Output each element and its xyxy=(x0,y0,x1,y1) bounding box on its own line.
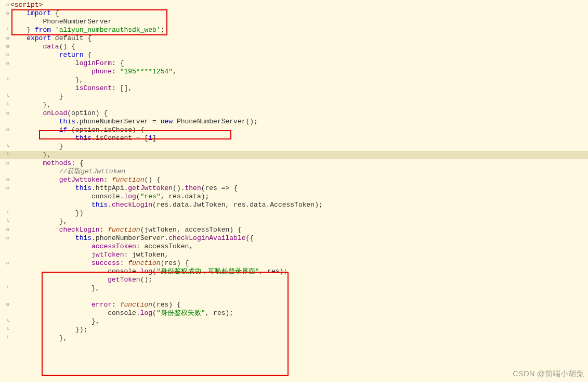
code-token: getJwttoken xyxy=(128,184,173,192)
code-token: "身份鉴权失败" xyxy=(156,309,205,317)
code-token: ( xyxy=(136,193,140,200)
code-token: : xyxy=(112,301,120,309)
fold-icon[interactable]: ⊟ xyxy=(5,235,10,242)
code-token: this xyxy=(75,234,92,242)
code-token: console. xyxy=(108,268,140,275)
fold-end-icon: └ xyxy=(5,27,10,34)
fold-icon[interactable]: ⊟ xyxy=(5,160,10,167)
code-token: (res) { xyxy=(161,259,189,267)
code-token: : xyxy=(103,176,112,184)
code-token: return xyxy=(59,51,84,59)
fold-icon[interactable]: ⊟ xyxy=(5,127,10,134)
code-token: (option.isChose) { xyxy=(67,126,144,134)
code-token: PhoneNumberServer xyxy=(43,18,112,26)
code-token: { xyxy=(83,51,92,59)
code-token: this xyxy=(75,134,92,142)
fold-icon[interactable]: ⊟ xyxy=(5,185,10,192)
fold-end-icon: └ xyxy=(5,210,10,217)
code-token: 'aliyun_numberauthsdk_web' xyxy=(51,26,161,34)
code-token: jwtToken xyxy=(92,251,124,259)
code-token: .phoneNumberServer = xyxy=(75,118,161,125)
fold-end-icon: └ xyxy=(5,327,10,334)
code-token: log xyxy=(140,268,152,275)
code-token: console. xyxy=(108,309,140,317)
code-token: , res); xyxy=(205,309,233,317)
code-token: then xyxy=(185,184,201,192)
fold-icon[interactable]: ⊟ xyxy=(5,60,10,67)
fold-end-icon: └ xyxy=(5,102,10,109)
fold-icon[interactable]: ⊟ xyxy=(5,227,10,234)
code-token: (jwtToken, accessToken) { xyxy=(140,226,242,234)
fold-icon[interactable]: ⊟ xyxy=(5,35,10,42)
code-token: } xyxy=(59,93,63,100)
code-token: checkLogin xyxy=(112,201,152,209)
code-token: checkLoginAvailable xyxy=(168,234,245,242)
code-token: ( xyxy=(152,309,156,317)
code-token: accessToken xyxy=(92,243,136,250)
fold-end-icon: └ xyxy=(5,219,10,225)
code-token: checkLogin xyxy=(59,226,100,234)
code-token: log xyxy=(140,309,152,317)
code-token: }, xyxy=(43,101,51,109)
code-token: <script> xyxy=(10,1,43,9)
watermark: CSDN @前端小胡兔 xyxy=(513,368,584,379)
code-token: (); xyxy=(140,276,152,284)
fold-icon[interactable]: ⊟ xyxy=(5,177,10,184)
fold-end-icon: └ xyxy=(5,319,10,325)
code-token: .isConsent = [ xyxy=(92,134,148,142)
code-token: success xyxy=(92,259,120,267)
fold-icon[interactable]: ⊟ xyxy=(5,2,10,9)
code-token: import xyxy=(27,9,51,17)
code-token: isConsent xyxy=(75,84,112,92)
fold-icon[interactable]: ⊟ xyxy=(5,52,10,59)
code-token: }, xyxy=(59,334,68,342)
code-token: }, xyxy=(59,218,68,225)
code-token: : [], xyxy=(112,84,132,92)
code-token: }, xyxy=(92,284,100,292)
code-token: error xyxy=(92,301,112,309)
code-token: }) xyxy=(75,209,84,217)
code-token: ( xyxy=(152,268,156,275)
code-token: function xyxy=(120,301,152,309)
code-token: : xyxy=(112,68,120,75)
code-token: "res" xyxy=(140,193,161,200)
code-token: getToken xyxy=(108,276,140,284)
fold-end-icon: └ xyxy=(5,94,10,100)
fold-end-icon: └ xyxy=(5,77,10,84)
code-token: new xyxy=(161,118,173,125)
code-token: data xyxy=(43,43,59,50)
code-token: function xyxy=(128,259,160,267)
code-token: PhoneNumberServer(); xyxy=(173,118,258,125)
code-token: }, xyxy=(43,151,51,159)
code-token: ] xyxy=(152,134,156,142)
code-token: : xyxy=(120,259,128,267)
fold-end-icon: └ xyxy=(5,144,10,150)
code-token: this xyxy=(75,184,92,192)
code-token: .httpApi. xyxy=(92,184,128,192)
code-token: }, xyxy=(92,317,100,325)
fold-end-icon: └ xyxy=(5,285,10,292)
code-token: if xyxy=(59,126,68,134)
fold-icon[interactable]: ⊟ xyxy=(5,110,10,117)
code-token: { xyxy=(51,9,59,17)
code-token: (res => { xyxy=(201,184,238,192)
fold-icon[interactable]: ⊟ xyxy=(5,260,10,267)
code-token: . xyxy=(108,201,112,209)
code-token: log xyxy=(124,193,136,200)
fold-icon[interactable]: ⊟ xyxy=(5,302,10,309)
code-token: onLoad xyxy=(43,109,67,117)
code-token: , res); xyxy=(259,268,288,275)
fold-icon[interactable]: ⊟ xyxy=(5,44,10,50)
fold-icon[interactable]: ⊟ xyxy=(5,10,10,17)
code-token: (res) { xyxy=(152,301,181,309)
code-token: : accessToken, xyxy=(136,243,193,250)
code-token: }, xyxy=(75,76,84,84)
code-token: this xyxy=(59,118,75,125)
code-token: .phoneNumberServer. xyxy=(92,234,168,242)
code-token: : jwtToken, xyxy=(124,251,168,259)
code-editor[interactable]: ⊟<script> ⊟ import { PhoneNumberServer └… xyxy=(0,0,588,342)
code-token: () { xyxy=(144,176,160,184)
code-token: () { xyxy=(59,43,75,50)
code-token: (). xyxy=(173,184,185,192)
code-token: (option) { xyxy=(67,109,108,117)
